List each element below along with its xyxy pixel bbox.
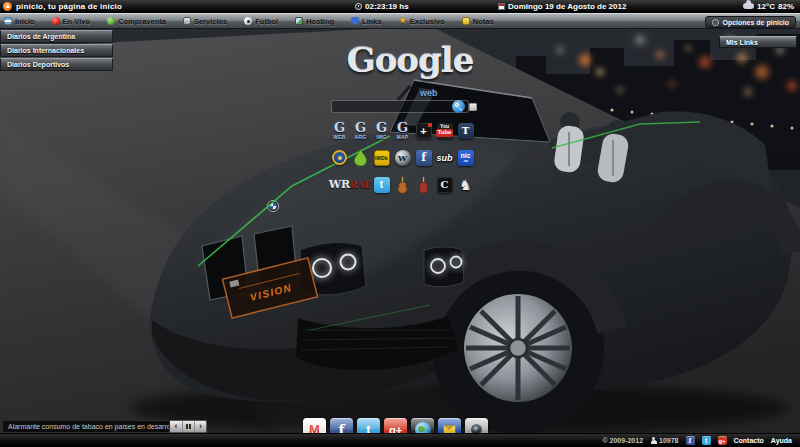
link-imdb[interactable]: IMDb — [371, 144, 392, 171]
star-icon: ★ — [399, 17, 407, 25]
pinicio-options-button[interactable]: Opciones de pinicio — [705, 16, 796, 28]
live-dot-icon — [52, 17, 60, 25]
menu-item-compraventa[interactable]: Compraventa — [107, 17, 166, 26]
chess-knight-icon: ♞ — [459, 178, 472, 192]
clock-icon — [355, 3, 362, 10]
ticker-next-button[interactable]: › — [194, 421, 206, 432]
club-crest-icon — [332, 150, 347, 165]
search-icon — [455, 103, 459, 107]
menu-item-servicios[interactable]: Servicios — [183, 17, 227, 26]
quick-links-grid: GWEB GARG GIMG GMAP + You Tube T — [329, 117, 476, 198]
services-icon — [183, 17, 191, 25]
mis-links-button[interactable]: Mis Links — [719, 36, 797, 48]
contact-link[interactable]: Contacto — [734, 437, 764, 444]
weather-temperature: 12°C — [757, 2, 775, 11]
pause-icon — [186, 424, 191, 429]
link-google-plus[interactable]: + — [413, 117, 434, 144]
link-google-web[interactable]: GWEB — [329, 117, 350, 144]
weather-readout: 12°C 82% — [743, 2, 794, 11]
link-google-maps[interactable]: GMAP — [392, 117, 413, 144]
top-bar: pinicio, tu página de inicio 02:23:19 hs… — [0, 0, 800, 13]
help-link[interactable]: Ayuda — [771, 437, 792, 444]
menu-item-notas[interactable]: Notas — [462, 17, 494, 26]
menu-item-exclusivo[interactable]: ★ Exclusivo — [399, 17, 445, 26]
links-flag-icon — [351, 17, 359, 25]
page-title: pinicio, tu página de inicio — [16, 2, 122, 11]
link-chess[interactable]: ♞ — [455, 171, 476, 198]
menu-item-en-vivo[interactable]: En Vivo — [52, 17, 90, 26]
ticker-pause-button[interactable] — [182, 421, 194, 432]
ticker-controls: ‹ › — [170, 420, 207, 433]
search-options-button[interactable] — [469, 103, 477, 111]
violin-icon — [396, 176, 409, 194]
imdb-icon: IMDb — [374, 150, 390, 166]
cuevana-icon: C — [437, 177, 453, 193]
nic-ar-icon: nic .ar — [458, 150, 474, 166]
sidebar-item-diarios-argentina[interactable]: Diarios de Argentina — [0, 30, 113, 43]
visitor-count: 10978 — [659, 437, 678, 444]
main-menu-bar: Inicio En Vivo Compraventa Servicios Fút… — [0, 13, 800, 29]
link-google-images[interactable]: GIMG — [371, 117, 392, 144]
twitter-icon: t — [374, 177, 390, 193]
current-date: Domingo 19 de Agosto de 2012 — [508, 2, 626, 11]
link-violin[interactable] — [392, 171, 413, 198]
copyright-text: © 2009-2012 — [602, 437, 643, 444]
link-cuevana[interactable]: C — [434, 171, 455, 198]
soccer-ball-icon — [244, 17, 252, 25]
google-logo: Google — [330, 40, 490, 80]
ticker-prev-button[interactable]: ‹ — [170, 421, 182, 432]
ticker-headline: Alarmante consumo de tabaco en países en… — [2, 420, 170, 433]
menu-item-inicio[interactable]: Inicio — [4, 17, 35, 26]
sidebar-item-diarios-deportivos[interactable]: Diarios Deportivos — [0, 58, 113, 71]
commerce-icon — [107, 17, 115, 25]
visitor-counter: 10978 — [650, 437, 678, 445]
subdivx-icon: sub — [436, 153, 452, 163]
calendar-icon — [498, 3, 505, 10]
link-wordreference[interactable]: WR — [329, 171, 350, 198]
pinicio-logo-icon[interactable] — [3, 2, 12, 11]
search-input[interactable] — [331, 100, 469, 113]
green-drop-icon — [354, 149, 367, 166]
current-time: 02:23:19 hs — [365, 2, 409, 11]
link-rae[interactable]: RAE — [350, 171, 371, 198]
wikipedia-icon: W — [395, 150, 411, 166]
link-subdivx[interactable]: sub — [434, 144, 455, 171]
footer-bar: © 2009-2012 10978 f t g+ Contacto Ayuda — [0, 433, 800, 447]
pinicio-start-page: VISION pinicio, tu página de inicio 02:2… — [0, 0, 800, 447]
news-ticker: Alarmante consumo de tabaco en países en… — [2, 420, 207, 433]
person-icon — [650, 437, 657, 445]
weather-humidity: 82% — [778, 2, 794, 11]
link-google-argentina[interactable]: GARG — [350, 117, 371, 144]
youtube-icon: You Tube — [437, 123, 453, 139]
menu-item-hosting[interactable]: Hosting — [295, 17, 334, 26]
footer-twitter-icon[interactable]: t — [702, 436, 711, 445]
left-sidebar: Diarios de Argentina Diarios Internacion… — [0, 30, 113, 72]
search-button[interactable] — [452, 100, 465, 113]
menu-item-links[interactable]: Links — [351, 17, 382, 26]
taringa-icon: T — [458, 123, 474, 139]
sidebar-item-diarios-internacionales[interactable]: Diarios Internacionales — [0, 44, 113, 57]
facebook-icon: f — [416, 150, 432, 166]
footer-google-plus-icon[interactable]: g+ — [718, 436, 727, 445]
menu-item-futbol[interactable]: Fútbol — [244, 17, 278, 26]
link-green-drop[interactable] — [350, 144, 371, 171]
gear-icon — [712, 19, 719, 26]
google-plus-icon: + — [416, 123, 432, 139]
hosting-icon — [295, 17, 303, 25]
link-facebook[interactable]: f — [413, 144, 434, 171]
link-twitter[interactable]: t — [371, 171, 392, 198]
link-wikipedia[interactable]: W — [392, 144, 413, 171]
link-nic-ar[interactable]: nic .ar — [455, 144, 476, 171]
note-icon — [462, 17, 470, 25]
link-cello[interactable] — [413, 171, 434, 198]
cloud-icon — [743, 3, 754, 9]
clock-readout: 02:23:19 hs — [355, 2, 409, 11]
link-club-crest[interactable] — [329, 144, 350, 171]
link-youtube[interactable]: You Tube — [434, 117, 455, 144]
link-taringa[interactable]: T — [455, 117, 476, 144]
date-readout: Domingo 19 de Agosto de 2012 — [498, 2, 626, 11]
cello-icon — [417, 176, 430, 194]
footer-facebook-icon[interactable]: f — [686, 436, 695, 445]
wordreference-icon: WR — [329, 178, 351, 191]
rae-icon: RAE — [350, 180, 371, 190]
